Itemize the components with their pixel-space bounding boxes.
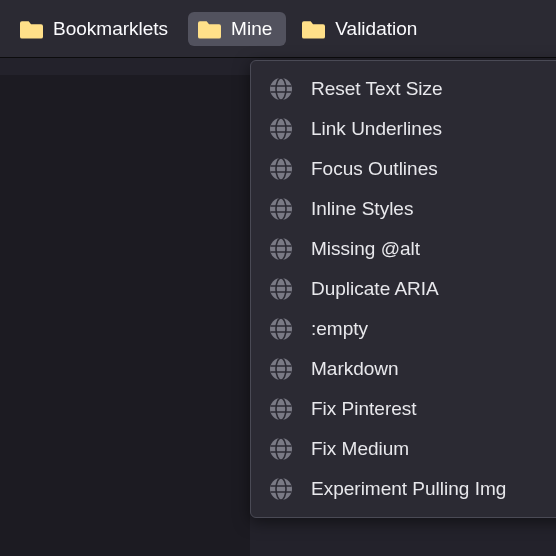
menu-item-label: Fix Pinterest <box>311 398 417 420</box>
globe-icon <box>269 237 293 261</box>
toolbar-folder-validation[interactable]: Validation <box>292 12 431 46</box>
menu-item-label: Markdown <box>311 358 399 380</box>
globe-icon <box>269 397 293 421</box>
menu-item-label: Link Underlines <box>311 118 442 140</box>
svg-point-6 <box>270 198 292 220</box>
menu-item-label: :empty <box>311 318 368 340</box>
menu-item-label: Experiment Pulling Img <box>311 478 506 500</box>
menu-item-label: Inline Styles <box>311 198 413 220</box>
content-dark-area <box>0 75 250 556</box>
menu-item-label: Focus Outlines <box>311 158 438 180</box>
svg-point-12 <box>270 318 292 340</box>
toolbar-folder-label: Validation <box>335 18 417 40</box>
menu-item-link-underlines[interactable]: Link Underlines <box>251 109 556 149</box>
globe-icon <box>269 317 293 341</box>
menu-item-focus-outlines[interactable]: Focus Outlines <box>251 149 556 189</box>
menu-item-label: Missing @alt <box>311 238 420 260</box>
globe-icon <box>269 117 293 141</box>
menu-item-markdown[interactable]: Markdown <box>251 349 556 389</box>
folder-icon <box>20 19 43 39</box>
menu-item-experiment-pulling-img[interactable]: Experiment Pulling Img <box>251 469 556 509</box>
globe-icon <box>269 157 293 181</box>
menu-item-fix-pinterest[interactable]: Fix Pinterest <box>251 389 556 429</box>
svg-point-18 <box>270 438 292 460</box>
svg-point-0 <box>270 78 292 100</box>
folder-icon <box>302 19 325 39</box>
toolbar-folder-mine[interactable]: Mine <box>188 12 286 46</box>
svg-point-2 <box>270 118 292 140</box>
globe-icon <box>269 477 293 501</box>
svg-point-14 <box>270 358 292 380</box>
globe-icon <box>269 437 293 461</box>
menu-item-duplicate-aria[interactable]: Duplicate ARIA <box>251 269 556 309</box>
bookmarks-toolbar: Bookmarklets Mine Validation <box>0 0 556 58</box>
menu-item-missing-alt[interactable]: Missing @alt <box>251 229 556 269</box>
toolbar-folder-bookmarklets[interactable]: Bookmarklets <box>10 12 182 46</box>
globe-icon <box>269 197 293 221</box>
globe-icon <box>269 77 293 101</box>
svg-point-4 <box>270 158 292 180</box>
menu-item-inline-styles[interactable]: Inline Styles <box>251 189 556 229</box>
svg-point-16 <box>270 398 292 420</box>
menu-item-label: Fix Medium <box>311 438 409 460</box>
globe-icon <box>269 357 293 381</box>
folder-icon <box>198 19 221 39</box>
svg-point-8 <box>270 238 292 260</box>
menu-item-label: Reset Text Size <box>311 78 443 100</box>
menu-item-reset-text-size[interactable]: Reset Text Size <box>251 69 556 109</box>
globe-icon <box>269 277 293 301</box>
toolbar-folder-label: Bookmarklets <box>53 18 168 40</box>
svg-point-10 <box>270 278 292 300</box>
menu-item-empty[interactable]: :empty <box>251 309 556 349</box>
svg-point-20 <box>270 478 292 500</box>
menu-item-label: Duplicate ARIA <box>311 278 439 300</box>
toolbar-folder-label: Mine <box>231 18 272 40</box>
menu-item-fix-medium[interactable]: Fix Medium <box>251 429 556 469</box>
bookmarks-dropdown: Reset Text Size Link Underlines Focus Ou… <box>250 60 556 518</box>
